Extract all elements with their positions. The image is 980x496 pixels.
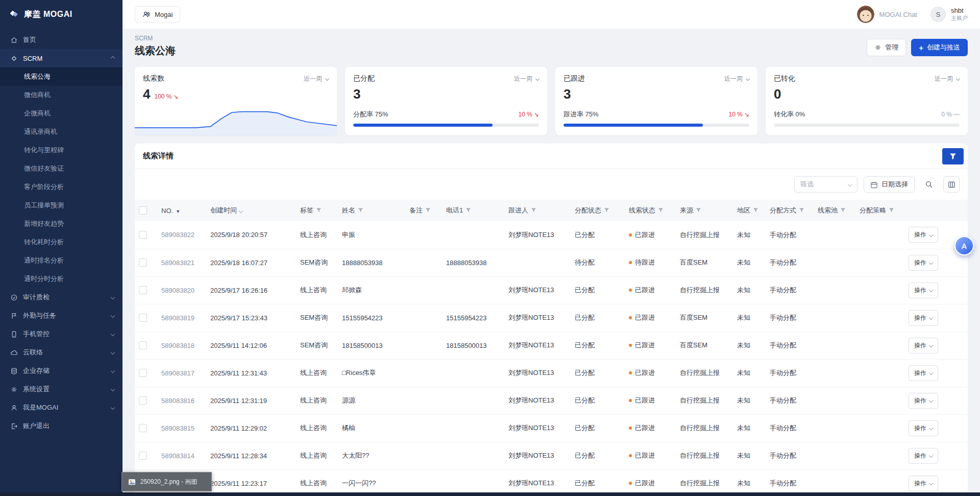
column-header[interactable]: 创建时间▼ — [206, 200, 296, 221]
row-action-button[interactable]: 操作 — [909, 365, 938, 381]
cell-phone — [442, 359, 504, 387]
sidebar-item-home[interactable]: 首页 — [0, 31, 122, 49]
cell-pool — [814, 221, 855, 249]
filter-funnel-icon[interactable] — [604, 207, 609, 213]
sidebar-subitem[interactable]: 客户阶段分析 — [0, 178, 122, 196]
row-action-button[interactable]: 操作 — [909, 448, 938, 464]
column-header[interactable]: 标签▼ — [296, 200, 338, 221]
filter-funnel-icon[interactable] — [465, 207, 471, 213]
workspace-button[interactable]: Mogai — [135, 6, 180, 22]
table-row: 589083821 2025/9/18 16:07:27 SEM咨询 18888… — [135, 249, 968, 276]
create-push-button[interactable]: + 创建与推送 — [911, 39, 968, 56]
sidebar-subitem[interactable]: 转化与里程碑 — [0, 141, 122, 159]
sidebar-subitem[interactable]: 员工撞单预测 — [0, 196, 122, 215]
column-header[interactable]: NO.▼ — [157, 200, 206, 221]
assistant-bubble[interactable]: A — [954, 236, 974, 255]
cell-pool — [814, 276, 855, 304]
sidebar-subitem[interactable]: 新增好友趋势 — [0, 215, 122, 233]
sidebar-subitem[interactable]: 通讯录商机 — [0, 123, 122, 141]
select-all-checkbox[interactable] — [139, 206, 147, 215]
sidebar-subitem[interactable]: 微信商机 — [0, 86, 122, 104]
taskbar-item[interactable]: 250920_2.png - 画图 — [121, 472, 212, 491]
filter-funnel-icon[interactable] — [425, 207, 431, 213]
sidebar-item-scrm[interactable]: SCRM — [0, 49, 122, 67]
column-header[interactable]: 备注▼ — [405, 200, 442, 221]
period-select[interactable]: 近一周 — [514, 75, 539, 83]
filter-funnel-icon[interactable] — [658, 207, 664, 213]
filter-funnel-icon[interactable] — [840, 207, 846, 213]
funnel-export-button[interactable] — [942, 148, 964, 164]
sidebar-item-cloud-contact[interactable]: 云联络 — [0, 343, 122, 362]
chevron-down-icon — [929, 233, 933, 237]
row-checkbox[interactable] — [139, 369, 147, 377]
cell-region: 未知 — [733, 249, 766, 276]
filter-funnel-icon[interactable] — [889, 207, 894, 213]
sidebar-item-fieldwork[interactable]: 外勤与任务 — [0, 306, 122, 325]
sidebar-subitem[interactable]: 转化耗时分析 — [0, 233, 122, 251]
row-action-button[interactable]: 操作 — [909, 255, 938, 271]
row-action-button[interactable]: 操作 — [909, 338, 938, 353]
sidebar-subitem[interactable]: 线索公海 — [0, 67, 122, 86]
sidebar-subitem[interactable]: 通时分时分析 — [0, 270, 122, 288]
sidebar-item-storage[interactable]: 企业存储 — [0, 362, 122, 380]
row-checkbox[interactable] — [139, 258, 147, 267]
date-picker-button[interactable]: 日期选择 — [864, 176, 915, 193]
user-avatar[interactable] — [857, 6, 874, 23]
filter-funnel-icon[interactable] — [531, 207, 536, 213]
period-select[interactable]: 近一周 — [935, 75, 960, 83]
sidebar-item-settings[interactable]: 系统设置 — [0, 380, 122, 398]
row-checkbox[interactable] — [139, 396, 147, 405]
period-select[interactable]: 近一周 — [304, 75, 329, 83]
row-checkbox[interactable] — [139, 341, 147, 349]
sidebar-item-logout[interactable]: 账户退出 — [0, 417, 122, 435]
row-action-button[interactable]: 操作 — [909, 310, 938, 326]
column-header[interactable]: 地区▼ — [733, 200, 766, 221]
chevron-down-icon — [111, 332, 115, 336]
row-action-button[interactable]: 操作 — [909, 393, 938, 409]
stat-value: 4 — [143, 86, 150, 102]
sidebar-item-me[interactable]: 我是MOGAI — [0, 398, 122, 417]
create-push-label: 创建与推送 — [927, 43, 960, 52]
manage-button[interactable]: 管理 — [867, 39, 906, 56]
column-header[interactable]: 分配方式▼ — [766, 200, 814, 221]
sidebar-subitem[interactable]: 通时排名分析 — [0, 251, 122, 270]
status-dot — [629, 427, 632, 430]
sidebar-subitem[interactable]: 微信好友验证 — [0, 159, 122, 178]
filter-select[interactable]: 筛选 — [794, 176, 857, 193]
row-action-button[interactable]: 操作 — [909, 420, 938, 436]
row-checkbox[interactable] — [139, 314, 147, 322]
filter-funnel-icon[interactable] — [696, 207, 701, 213]
cell-tag: 线上咨询 — [296, 414, 338, 442]
row-action-button[interactable]: 操作 — [909, 476, 938, 491]
filter-funnel-icon[interactable] — [358, 207, 363, 213]
column-header[interactable]: 来源▼ — [676, 200, 733, 221]
sidebar-item-phone-control[interactable]: 手机管控 — [0, 325, 122, 343]
row-checkbox[interactable] — [139, 452, 147, 460]
column-header[interactable]: 电话1▼ — [442, 200, 504, 221]
row-action-button[interactable]: 操作 — [909, 282, 938, 298]
table-toolbar: 筛选 日期选择 — [135, 169, 968, 200]
period-select[interactable]: 近一周 — [724, 75, 749, 83]
filter-funnel-icon[interactable] — [799, 207, 804, 213]
account-info[interactable]: shbt 主账户 — [951, 7, 968, 22]
cell-created: 2025/9/11 12:31:43 — [206, 359, 296, 387]
column-header[interactable]: 分配状态▼ — [571, 200, 625, 221]
row-checkbox[interactable] — [139, 286, 147, 294]
column-header[interactable]: 线索状态▼ — [625, 200, 676, 221]
column-header[interactable]: 跟进人▼ — [504, 200, 571, 221]
account-initial-avatar[interactable]: S — [930, 7, 946, 22]
status-dot — [629, 261, 632, 264]
filter-funnel-icon[interactable] — [753, 207, 758, 213]
sidebar-subitem[interactable]: 企微商机 — [0, 104, 122, 123]
column-header[interactable]: 线索池▼ — [814, 200, 855, 221]
row-action-button[interactable]: 操作 — [909, 227, 938, 243]
column-header[interactable]: 姓名▼ — [338, 200, 405, 221]
column-header[interactable]: 分配策略▼ — [855, 200, 904, 221]
search-button[interactable] — [921, 176, 937, 193]
row-checkbox[interactable] — [139, 231, 147, 239]
cell-no: 589083819 — [157, 304, 206, 332]
filter-funnel-icon[interactable] — [316, 207, 322, 213]
row-checkbox[interactable] — [139, 424, 147, 432]
column-settings-button[interactable] — [943, 176, 960, 193]
sidebar-item-audit[interactable]: 审计质检 — [0, 288, 122, 306]
